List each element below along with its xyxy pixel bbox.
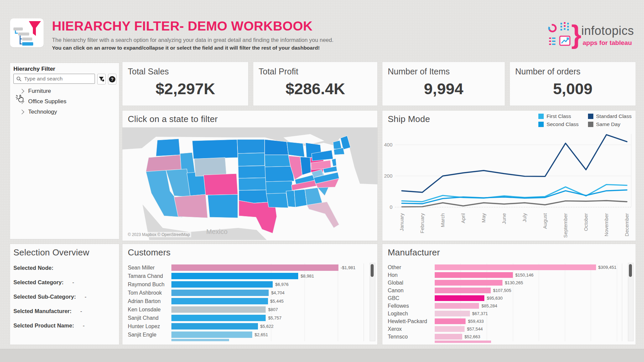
manufacturer-scrollbar-thumb[interactable] [629, 264, 632, 277]
help-button[interactable]: ? [108, 74, 116, 84]
bar[interactable] [435, 280, 502, 286]
bar[interactable] [171, 306, 266, 313]
map-title: Click on a state to filter [128, 114, 218, 124]
selection-field-value: - [83, 322, 85, 328]
bar[interactable] [171, 315, 266, 321]
bar-row-sean-miller: Sean Miller-$1,981 [128, 263, 364, 272]
selection-field-label: Selected Sub-Category: [13, 294, 76, 300]
customers-scrollbar-thumb[interactable] [371, 264, 374, 277]
state-in[interactable] [300, 157, 311, 175]
bar[interactable] [171, 273, 298, 279]
state-nm[interactable] [208, 194, 238, 218]
bar-track: $2,651 [171, 330, 364, 339]
bar-value-label: $2,651 [255, 332, 268, 337]
selection-field: Selected Node: [13, 265, 116, 271]
bar-row-raymond-buch: Raymond Buch$6,976 [128, 280, 364, 289]
manufacturer-panel: Manufacturer Other$309,451Hon$150,146Glo… [382, 244, 636, 345]
bar[interactable] [435, 272, 513, 278]
hierarchy-filter-logo [10, 18, 44, 47]
bar[interactable] [435, 311, 470, 316]
bar[interactable] [435, 288, 491, 293]
x-axis-month-label: November [603, 213, 609, 236]
brace-icon: } [571, 20, 581, 49]
state-fl[interactable] [307, 202, 339, 228]
chevron-right-icon[interactable] [19, 109, 24, 114]
state-ia[interactable] [265, 155, 290, 167]
x-axis-month-label: July [522, 213, 527, 222]
bar-row-hewlett-packard: Hewlett-Packard$59,433 [388, 317, 622, 325]
clear-filter-button[interactable] [97, 74, 106, 84]
state-sd[interactable] [238, 153, 265, 166]
customers-title: Customers [128, 247, 171, 258]
bar-track [435, 341, 622, 343]
tree-item-furniture[interactable]: Furniture [20, 86, 116, 96]
bar-value-label: $8,981 [301, 274, 314, 279]
bar[interactable] [435, 295, 484, 301]
bar[interactable] [435, 334, 462, 340]
kpi-card-number-of-items: Number of Items 9,994 [382, 62, 505, 106]
search-icon [16, 76, 21, 81]
kpi-card-total-profit: Total Profit $286.4K [253, 62, 377, 106]
bar-track: $57,544 [435, 325, 622, 333]
bar[interactable] [171, 323, 258, 329]
state-mo[interactable] [265, 166, 294, 182]
state-or[interactable] [146, 155, 181, 172]
y-axis-tick-label: 0 [390, 204, 392, 210]
bar-row-partial [388, 341, 622, 343]
bar-category-label: Tom Ashbrook [128, 290, 171, 296]
state-la[interactable] [266, 193, 288, 208]
bar[interactable] [171, 264, 338, 271]
line-series-same-day[interactable] [402, 201, 627, 207]
customers-scrollbar[interactable] [370, 263, 375, 341]
bar-row-logitech: Logitech$67,371 [388, 310, 622, 317]
state-ne[interactable] [238, 166, 269, 178]
bar-track: -$1,981 [171, 263, 364, 272]
kpi-value: $2,297K [122, 79, 248, 98]
bar-category-label: Sanjit Engle [128, 332, 171, 338]
brand-name: infotopics [581, 24, 634, 38]
state-al[interactable] [294, 189, 307, 207]
state-wy[interactable] [194, 158, 226, 176]
bar-category-label: Raymond Buch [128, 282, 171, 288]
tree-item-technology[interactable]: Technology [20, 107, 116, 117]
state-nj[interactable] [332, 159, 336, 166]
state-co[interactable] [204, 174, 238, 195]
bar [435, 341, 491, 343]
bar-track: $6,976 [171, 280, 364, 289]
bar-track: $5,757 [171, 314, 364, 322]
tree-item-office-supplies[interactable]: Office Supplies [20, 96, 116, 107]
state-mn[interactable] [265, 139, 288, 155]
bar[interactable] [435, 264, 596, 270]
help-icon: ? [109, 76, 115, 82]
manufacturer-scrollbar[interactable] [628, 263, 634, 341]
bar-track: $52,663 [435, 333, 622, 341]
bar[interactable] [171, 298, 268, 304]
state-mt[interactable] [192, 139, 238, 159]
bar[interactable] [435, 318, 466, 324]
selection-field: Selected Sub-Category:- [13, 294, 116, 300]
state-nd[interactable] [237, 139, 265, 154]
bar-value-label: $4,704 [271, 290, 284, 295]
bar[interactable] [435, 303, 479, 309]
bar-category-label: Hon [388, 272, 435, 278]
bar[interactable] [435, 326, 465, 332]
kpi-card-number-of-orders: Number of orders 5,009 [510, 62, 636, 106]
bar[interactable] [171, 290, 269, 296]
state-az[interactable] [174, 194, 208, 218]
state-wa[interactable] [156, 139, 180, 156]
kpi-label: Total Sales [128, 67, 169, 76]
x-axis-month-label: May [481, 213, 486, 223]
state-wi[interactable] [287, 142, 305, 157]
line-series-standard-class[interactable] [402, 135, 627, 192]
bar[interactable] [171, 281, 273, 288]
brand-tagline: apps for tableau [583, 39, 632, 46]
bar-value-label: $5,757 [268, 315, 281, 320]
line-series-first-class[interactable] [402, 185, 627, 202]
search-input[interactable] [23, 75, 92, 82]
footer-strip [0, 349, 644, 362]
bar[interactable] [171, 331, 252, 338]
search-box[interactable] [13, 74, 95, 84]
bar-track: $309,451 [435, 263, 622, 271]
page-title: HIERARCHY FILTER- DEMO WORKBOOK [52, 19, 333, 34]
x-axis-month-label: March [440, 213, 445, 227]
